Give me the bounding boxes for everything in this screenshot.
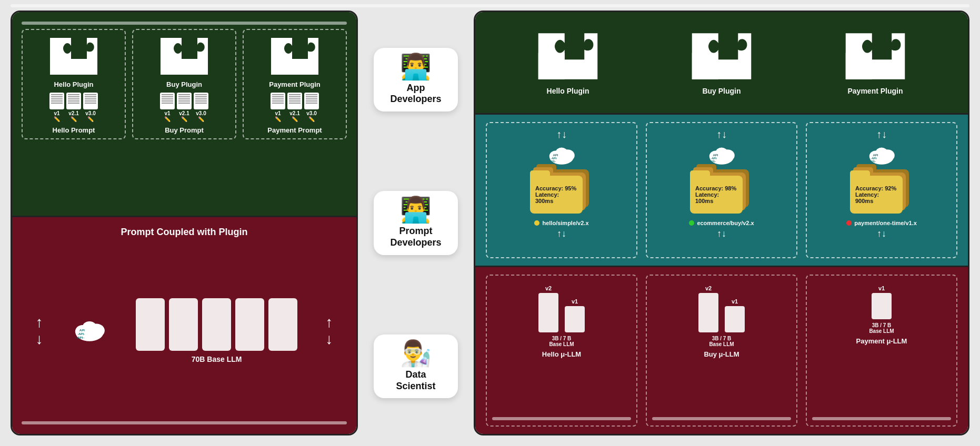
data-scientist-emoji: 👨‍🔬 bbox=[400, 341, 432, 366]
buy-micro-llm-section: v2 v1 3B / 7 BBase LLM Buy μ-LLM bbox=[646, 275, 797, 427]
hello-folder-front: Accuracy: 95% Latency: 300ms bbox=[530, 176, 583, 214]
hello-base-label: 3B / 7 BBase LLM bbox=[549, 336, 574, 347]
llm-block-2 bbox=[169, 298, 198, 351]
llm-block-5 bbox=[268, 298, 297, 351]
hello-route-badge: hello/simple/v2.x bbox=[534, 220, 588, 226]
payment-doc-v21 bbox=[287, 93, 302, 109]
payment-dot bbox=[846, 220, 852, 226]
hello-micro-llm-section: v2 v1 3B / 7 BBase LLM Hello μ-LLM bbox=[486, 275, 637, 427]
plugin-grid: Hello Plugin v1 ✏️ v2.1 ✏️ bbox=[22, 29, 347, 139]
hello-v21: v2.1 ✏️ bbox=[66, 93, 81, 122]
svg-text:·API·: ·API· bbox=[711, 157, 717, 160]
left-arrow: ↑ ↓ bbox=[36, 314, 43, 348]
hello-v1: v1 ✏️ bbox=[49, 93, 64, 122]
hello-plugin-col: Hello Plugin v1 ✏️ v2.1 ✏️ bbox=[22, 29, 126, 139]
buy-folder-front: Accuracy: 98% Latency: 100ms bbox=[690, 176, 743, 214]
app-developer-card: 👨‍💻 AppDevelopers bbox=[374, 48, 458, 112]
svg-text:·API·: ·API· bbox=[871, 157, 877, 160]
payment-v1: v1 ✏️ bbox=[271, 93, 285, 122]
payment-prompt-section: ↑↓ API ·API· ··API·· bbox=[806, 122, 957, 258]
prompt-dev-label: PromptDevelopers bbox=[390, 226, 441, 248]
prompt-developer-card: 👨‍💻 PromptDevelopers bbox=[374, 191, 458, 255]
payment-folder-stack: Accuracy: 92% Latency: 900ms bbox=[850, 169, 913, 217]
doc-v30 bbox=[83, 93, 98, 109]
payment-route-badge: payment/one-time/v1.x bbox=[846, 220, 917, 226]
hello-micro-llm-label: Hello μ-LLM bbox=[542, 350, 581, 358]
middle-roles-col: 👨‍💻 AppDevelopers 👨‍💻 PromptDevelopers 👨… bbox=[368, 11, 463, 435]
llm-blocks-container: 70B Base LLM bbox=[136, 298, 297, 363]
right-arrow-llm: ↑ ↓ bbox=[325, 314, 333, 348]
right-payment-label: Payment Plugin bbox=[847, 87, 903, 95]
payment-puzzle-icon bbox=[268, 35, 321, 77]
buy-version-bars: v2 v1 bbox=[698, 285, 745, 332]
buy-v30: v3.0 ✏️ bbox=[194, 93, 208, 122]
payment-latency: Latency: 900ms bbox=[855, 191, 897, 204]
right-buy-label: Buy Plugin bbox=[702, 87, 741, 95]
buy-micro-llm-label: Buy μ-LLM bbox=[704, 350, 739, 358]
cloud-api: API ·API· ··API·· bbox=[71, 316, 108, 345]
app-dev-emoji: 👨‍💻 bbox=[400, 54, 432, 79]
payment-doc-v1 bbox=[271, 93, 285, 109]
buy-dot bbox=[689, 220, 694, 226]
hello-latency: Latency: 300ms bbox=[535, 191, 577, 204]
buy-doc-v30 bbox=[194, 93, 208, 109]
buy-puzzle-icon bbox=[158, 35, 211, 77]
buy-doc-v1 bbox=[160, 93, 175, 109]
hello-prompt-section: ↑↓ API ·API· ··API·· bbox=[486, 122, 637, 258]
payment-version-bars: v1 bbox=[872, 285, 892, 319]
right-payment-puzzle bbox=[841, 30, 909, 83]
buy-plugin-col: Buy Plugin v1 ✏️ v2.1 ✏️ bbox=[132, 29, 236, 139]
app-dev-label: AppDevelopers bbox=[390, 83, 441, 105]
svg-text:API: API bbox=[79, 328, 85, 332]
cloud-icon: API ·API· ··API·· bbox=[71, 316, 108, 345]
buy-v1: v1 ✏️ bbox=[160, 93, 175, 122]
svg-text:API: API bbox=[553, 154, 558, 157]
svg-text:··API··: ··API·· bbox=[709, 160, 716, 163]
hello-version-bars: v2 v1 bbox=[538, 285, 585, 332]
llm-blocks bbox=[136, 298, 297, 351]
bottom-curve bbox=[22, 421, 347, 424]
llm-block-1 bbox=[136, 298, 165, 351]
buy-accuracy: Accuracy: 98% bbox=[695, 185, 737, 191]
right-mid-prompts: ↑↓ API ·API· ··API·· bbox=[475, 115, 968, 267]
hello-dot bbox=[534, 220, 539, 226]
payment-route-text: payment/one-time/v1.x bbox=[854, 220, 917, 226]
svg-text:·API·: ·API· bbox=[77, 332, 85, 336]
payment-plugin-label: Payment Plugin bbox=[269, 80, 321, 88]
llm-block-3 bbox=[202, 298, 231, 351]
buy-doc-v21 bbox=[177, 93, 192, 109]
buy-base-label: 3B / 7 BBase LLM bbox=[709, 336, 734, 347]
payment-doc-v30 bbox=[304, 93, 319, 109]
payment-micro-llm-label: Payment μ-LLM bbox=[856, 337, 907, 345]
buy-prompt-section: ↑↓ API ·API· ··API·· bbox=[646, 122, 797, 258]
buy-folder-stack: Accuracy: 98% Latency: 100ms bbox=[690, 169, 753, 217]
buy-prompt-label: Buy Prompt bbox=[165, 126, 204, 134]
right-top-plugins: Hello Plugin Buy Plugin Payment Plugin bbox=[475, 12, 968, 115]
payment-base-label: 3B / 7 BBase LLM bbox=[869, 322, 894, 334]
payment-v30: v3.0 ✏️ bbox=[304, 93, 319, 122]
top-curve bbox=[22, 22, 347, 25]
buy-route-badge: ecommerce/buy/v2.x bbox=[689, 220, 754, 226]
payment-micro-llm-section: v1 3B / 7 BBase LLM Payment μ-LLM bbox=[806, 275, 957, 427]
hello-route-text: hello/simple/v2.x bbox=[542, 220, 588, 226]
svg-text:·API·: ·API· bbox=[551, 157, 557, 160]
hello-accuracy: Accuracy: 95% bbox=[535, 185, 577, 191]
hello-prompt-versions: v1 ✏️ v2.1 ✏️ v3.0 ✏️ bbox=[49, 93, 98, 122]
main-container: Hello Plugin v1 ✏️ v2.1 ✏️ bbox=[0, 0, 980, 446]
payment-prompt-label: Payment Prompt bbox=[267, 126, 322, 134]
svg-text:··API··: ··API·· bbox=[869, 160, 876, 163]
hello-puzzle-icon bbox=[47, 35, 100, 77]
bottom-title: Prompt Coupled with Plugin bbox=[121, 227, 248, 238]
hello-plugin-label: Hello Plugin bbox=[54, 80, 93, 88]
left-bottom-section: Prompt Coupled with Plugin ↑ ↓ API ·API bbox=[12, 217, 356, 434]
buy-plugin-label: Buy Plugin bbox=[166, 80, 202, 88]
payment-accuracy: Accuracy: 92% bbox=[855, 185, 897, 191]
data-scientist-card: 👨‍🔬 DataScientist bbox=[374, 334, 458, 398]
payment-folder-front: Accuracy: 92% Latency: 900ms bbox=[850, 176, 903, 214]
right-hello-puzzle bbox=[534, 30, 602, 83]
svg-text:API: API bbox=[713, 154, 718, 157]
svg-text:API: API bbox=[873, 154, 878, 157]
right-panel: Hello Plugin Buy Plugin Payment Plugin bbox=[474, 11, 969, 435]
doc-v1 bbox=[49, 93, 64, 109]
llm-block-4 bbox=[235, 298, 264, 351]
